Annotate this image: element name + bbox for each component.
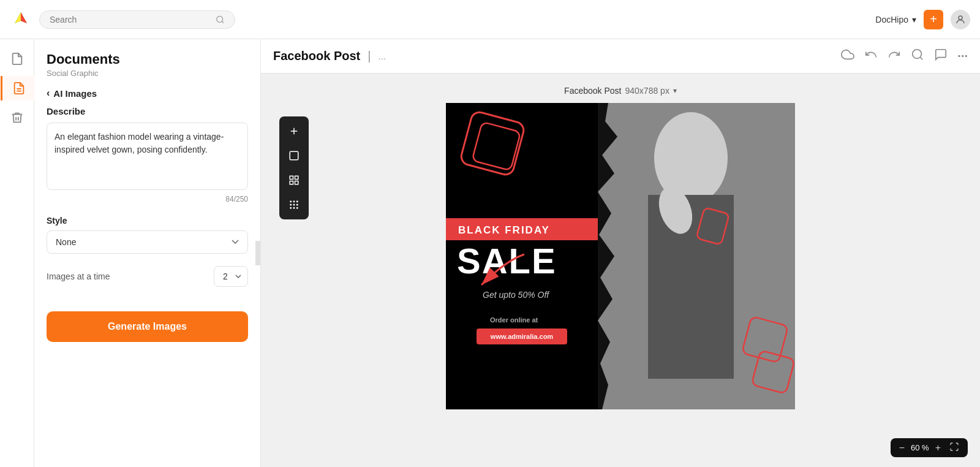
- canvas-label: Facebook Post 940x788 px ▾: [564, 86, 677, 96]
- zoom-level: 60 %: [911, 443, 929, 452]
- comment-icon[interactable]: [934, 48, 948, 64]
- describe-textarea[interactable]: An elegant fashion model wearing a vinta…: [47, 123, 248, 190]
- svg-point-17: [293, 204, 295, 205]
- create-new-button[interactable]: +: [924, 10, 943, 29]
- images-select-wrap: 1 2 3 4: [214, 266, 248, 287]
- images-at-time-select[interactable]: 1 2 3 4: [214, 266, 248, 287]
- icon-rail: [0, 39, 34, 467]
- svg-point-1: [217, 16, 223, 22]
- zoom-in-button[interactable]: +: [935, 442, 941, 454]
- canvas-size-chevron-icon[interactable]: ▾: [673, 86, 677, 95]
- svg-point-19: [290, 208, 292, 209]
- more-options-icon[interactable]: ···: [957, 49, 968, 63]
- svg-point-13: [290, 201, 292, 202]
- back-arrow-icon: ‹: [47, 88, 50, 99]
- canvas-svg: BLACK FRIDAY SALE Get upto 50% Off Order…: [446, 103, 795, 409]
- editor-ellipsis[interactable]: ...: [378, 51, 386, 61]
- redo-icon[interactable]: [888, 48, 901, 64]
- svg-rect-9: [290, 176, 293, 179]
- search-bar[interactable]: [39, 10, 235, 29]
- search-input[interactable]: [50, 15, 211, 25]
- undo-icon[interactable]: [864, 48, 878, 64]
- resize-button[interactable]: [283, 145, 305, 167]
- images-at-time-label: Images at a time: [47, 271, 110, 281]
- editor-separator: |: [368, 49, 371, 63]
- back-label: AI Images: [53, 88, 97, 99]
- svg-rect-10: [295, 176, 298, 179]
- sidebar-item-delete[interactable]: [5, 105, 29, 130]
- design-canvas[interactable]: BLACK FRIDAY SALE Get upto 50% Off Order…: [446, 103, 795, 409]
- panel-body: Describe An elegant fashion model wearin…: [34, 104, 260, 467]
- panel-subtitle: Social Graphic: [47, 69, 248, 78]
- style-select[interactable]: None Realistic Cartoon Abstract Oil Pain…: [47, 230, 248, 254]
- back-button[interactable]: ‹ AI Images: [34, 80, 260, 104]
- editor-header: Facebook Post | ...: [261, 39, 980, 74]
- svg-text:Order online at: Order online at: [490, 316, 538, 324]
- svg-text:BLACK FRIDAY: BLACK FRIDAY: [458, 224, 550, 236]
- svg-text:www.admiralia.com: www.admiralia.com: [490, 333, 554, 340]
- zoom-out-button[interactable]: −: [899, 442, 905, 454]
- canvas-title: Facebook Post: [564, 86, 621, 96]
- editor-title: Facebook Post: [273, 49, 360, 63]
- cloud-save-icon[interactable]: [841, 48, 854, 64]
- left-panel: Documents Social Graphic ‹ AI Images Des…: [34, 39, 261, 467]
- canvas-area: Facebook Post 940x788 px ▾: [261, 74, 980, 467]
- panel-title: Documents: [47, 51, 248, 67]
- main-layout: Documents Social Graphic ‹ AI Images Des…: [0, 39, 980, 467]
- sidebar-item-edit[interactable]: [1, 76, 35, 101]
- char-count: 84/250: [47, 195, 248, 203]
- svg-point-5: [913, 50, 922, 59]
- svg-point-21: [297, 208, 298, 209]
- topbar: DocHipo ▾ +: [0, 0, 980, 39]
- dochipo-menu[interactable]: DocHipo ▾: [875, 15, 916, 25]
- canvas-container: Facebook Post 940x788 px ▾: [446, 86, 795, 409]
- svg-text:Get upto 50% Off: Get upto 50% Off: [483, 290, 550, 300]
- logo[interactable]: [10, 9, 32, 31]
- svg-point-2: [959, 16, 962, 20]
- editor-header-actions: ···: [841, 48, 968, 64]
- user-avatar[interactable]: [951, 10, 970, 29]
- search-icon: [216, 15, 225, 25]
- dochipo-label: DocHipo: [875, 15, 908, 25]
- svg-point-15: [297, 201, 298, 202]
- describe-label: Describe: [47, 106, 248, 116]
- svg-rect-8: [290, 151, 298, 160]
- chevron-down-icon: ▾: [912, 15, 916, 25]
- canvas-size: 940x788 px: [625, 86, 669, 96]
- images-at-time-row: Images at a time 1 2 3 4: [47, 266, 248, 287]
- editor-area: Facebook Post | ...: [261, 39, 980, 467]
- zoom-bar: − 60 % +: [891, 438, 968, 457]
- collapse-panel-handle[interactable]: ‹: [255, 241, 261, 265]
- sidebar-item-document[interactable]: [5, 47, 29, 71]
- panel-header: Documents Social Graphic: [34, 39, 260, 80]
- topbar-right: DocHipo ▾ +: [875, 10, 970, 29]
- svg-point-14: [293, 201, 295, 202]
- grid-view-button[interactable]: [283, 169, 305, 191]
- generate-images-button[interactable]: Generate Images: [47, 311, 248, 342]
- svg-point-16: [290, 204, 292, 205]
- svg-text:SALE: SALE: [457, 241, 557, 281]
- dots-grid-button[interactable]: [283, 194, 305, 216]
- svg-rect-11: [290, 181, 293, 184]
- zoom-fullscreen-icon[interactable]: [949, 442, 959, 454]
- svg-point-20: [293, 208, 295, 209]
- search-canvas-icon[interactable]: [911, 48, 924, 64]
- canvas-toolbar: [279, 116, 309, 219]
- add-element-button[interactable]: [283, 120, 305, 142]
- svg-rect-12: [295, 181, 298, 184]
- svg-point-18: [297, 204, 298, 205]
- style-label: Style: [47, 216, 248, 226]
